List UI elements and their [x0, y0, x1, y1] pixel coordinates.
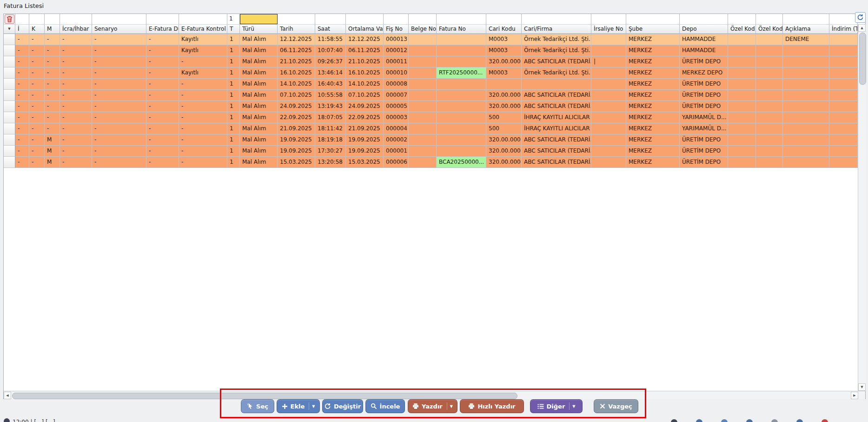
cell-cari_kodu[interactable]: 500 [486, 123, 522, 134]
cell-irsaliye_no[interactable] [591, 90, 626, 101]
cell-efatura_durumu[interactable]: - [146, 45, 179, 56]
filter-cell-aciklama[interactable] [783, 14, 829, 24]
cell-saat[interactable]: 16:40:43 [315, 79, 346, 90]
cell-ortalama_vade[interactable]: 22.09.2025 [346, 112, 384, 123]
cell-aciklama[interactable] [783, 134, 829, 146]
cell-irsaliye_no[interactable] [591, 157, 626, 168]
cell-belge_no[interactable] [409, 157, 437, 168]
cell-depo[interactable]: ÜRETİM DEPO [680, 157, 728, 168]
column-header-turu[interactable]: Türü [240, 24, 278, 34]
cell-m[interactable]: - [45, 34, 60, 45]
cell-aciklama[interactable] [783, 112, 829, 123]
cell-depo[interactable]: ÜRETİM DEPO [680, 79, 728, 90]
cell-ozel_kod_2[interactable] [756, 101, 783, 112]
cell-turu[interactable]: Mal Alım [240, 34, 278, 45]
cell-efatura_durumu[interactable]: - [146, 123, 179, 134]
cell-fatura_no[interactable] [437, 79, 486, 90]
cell-indirim[interactable] [829, 101, 858, 112]
ekle-button[interactable]: Ekle▼ [277, 399, 320, 413]
cell-icra[interactable]: - [60, 34, 92, 45]
cell-senaryo[interactable]: - [92, 67, 146, 79]
dropdown-arrow-icon[interactable]: ▼ [309, 402, 315, 410]
corner-header-cell[interactable]: ▼ [4, 24, 15, 34]
cell-ozel_kod_1[interactable] [728, 34, 756, 45]
taskbar-icon-1[interactable] [671, 419, 677, 422]
cell-t[interactable]: 1 [227, 101, 240, 112]
cell-t[interactable]: 1 [227, 157, 240, 168]
cell-ozel_kod_2[interactable] [756, 45, 783, 56]
cell-cari_kodu[interactable]: M0003 [486, 45, 522, 56]
taskbar-icon-3[interactable] [721, 419, 728, 422]
vazgec-button[interactable]: Vazgeç [594, 399, 638, 413]
cell-i[interactable]: - [15, 56, 29, 67]
cell-cari_kodu[interactable]: 320.00.0001 [486, 134, 522, 146]
row-header-cell[interactable] [4, 34, 15, 45]
cell-ozel_kod_2[interactable] [756, 112, 783, 123]
filter-cell-turu[interactable] [240, 14, 278, 24]
column-header-indirim[interactable]: İndirim (TL) [829, 24, 858, 34]
cell-belge_no[interactable] [409, 112, 437, 123]
cell-belge_no[interactable] [409, 90, 437, 101]
cell-cari_firma[interactable]: ABC SATICILAR (TEDARİ... [522, 90, 591, 101]
cell-cari_kodu[interactable]: M0003 [486, 34, 522, 45]
cell-i[interactable]: - [15, 134, 29, 146]
cell-k[interactable]: - [29, 101, 45, 112]
column-header-efatura_durumu[interactable]: E-Fatura Durumu [146, 24, 179, 34]
cell-k[interactable]: - [29, 157, 45, 168]
cell-depo[interactable]: HAMMADDE [680, 45, 728, 56]
cell-cari_firma[interactable]: Örnek Tedarikçi Ltd. Şti. [522, 34, 591, 45]
cell-indirim[interactable] [829, 134, 858, 146]
cell-belge_no[interactable] [409, 56, 437, 67]
cell-t[interactable]: 1 [227, 79, 240, 90]
scroll-right-button[interactable]: ▶ [851, 392, 858, 399]
cell-irsaliye_no[interactable] [591, 146, 626, 157]
column-header-t[interactable]: T [227, 24, 240, 34]
cell-k[interactable]: - [29, 123, 45, 134]
cell-efatura_kontrol[interactable]: Kayıtlı [179, 45, 227, 56]
cell-ozel_kod_1[interactable] [728, 123, 756, 134]
cell-senaryo[interactable]: - [92, 45, 146, 56]
cell-senaryo[interactable]: - [92, 123, 146, 134]
cell-saat[interactable]: 17:30:27 [315, 146, 346, 157]
diger-button[interactable]: Diğer▼ [530, 399, 583, 413]
row-header-cell[interactable] [4, 112, 15, 123]
row-header-cell[interactable] [4, 90, 15, 101]
cell-irsaliye_no[interactable] [591, 112, 626, 123]
cell-efatura_durumu[interactable]: - [146, 146, 179, 157]
cell-k[interactable]: - [29, 45, 45, 56]
cell-senaryo[interactable]: - [92, 157, 146, 168]
cell-tarih[interactable]: 19.09.2025 [278, 146, 315, 157]
cell-efatura_kontrol[interactable]: - [179, 79, 227, 90]
cell-fatura_no[interactable] [437, 90, 486, 101]
cell-indirim[interactable] [829, 146, 858, 157]
cell-tarih[interactable]: 21.10.2025 [278, 56, 315, 67]
column-header-depo[interactable]: Depo [680, 24, 728, 34]
cell-senaryo[interactable]: - [92, 90, 146, 101]
row-header-cell[interactable] [4, 157, 15, 168]
horizontal-scrollbar[interactable]: ◀ ▶ [4, 391, 865, 399]
vertical-scroll-thumb[interactable] [859, 33, 866, 85]
cell-sube[interactable]: MERKEZ [626, 157, 680, 168]
cell-k[interactable]: - [29, 134, 45, 146]
cell-turu[interactable]: Mal Alım [240, 146, 278, 157]
cell-icra[interactable]: - [60, 134, 92, 146]
cell-ozel_kod_2[interactable] [756, 157, 783, 168]
delete-button[interactable] [5, 14, 14, 24]
sec-button[interactable]: Seç [241, 399, 274, 413]
cell-saat[interactable]: 09:26:37 [315, 56, 346, 67]
column-header-cari_kodu[interactable]: Cari Kodu [486, 24, 522, 34]
cell-belge_no[interactable] [409, 146, 437, 157]
cell-m[interactable]: - [45, 79, 60, 90]
cell-irsaliye_no[interactable] [591, 34, 626, 45]
cell-ortalama_vade[interactable]: 07.10.2025 [346, 90, 384, 101]
incele-button[interactable]: İncele [365, 399, 405, 413]
cell-efatura_kontrol[interactable]: - [179, 157, 227, 168]
dropdown-arrow-icon[interactable]: ▼ [447, 402, 453, 410]
refresh-button[interactable] [855, 12, 866, 23]
cell-ozel_kod_1[interactable] [728, 79, 756, 90]
filter-cell-ortalama_vade[interactable] [346, 14, 384, 24]
taskbar-icon-5[interactable] [771, 419, 778, 422]
cell-indirim[interactable] [829, 123, 858, 134]
cell-efatura_durumu[interactable]: - [146, 134, 179, 146]
cell-depo[interactable]: HAMMADDE [680, 34, 728, 45]
